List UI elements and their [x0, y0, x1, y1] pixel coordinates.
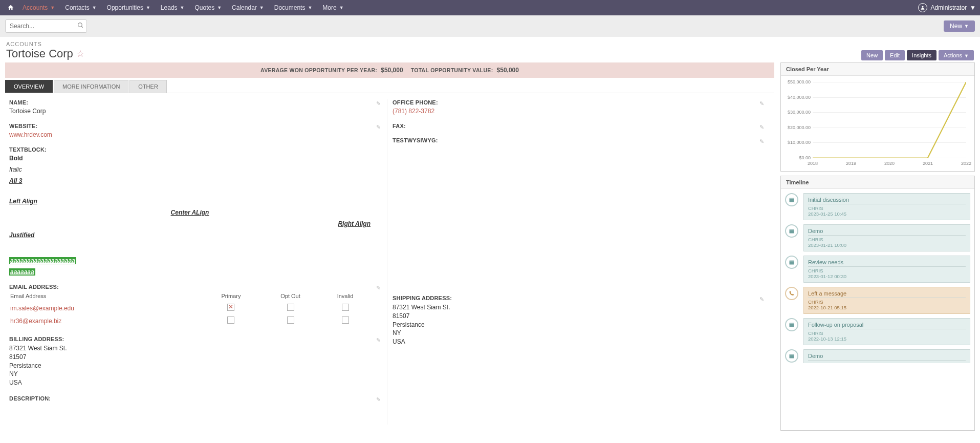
pencil-icon[interactable]: ✎	[376, 100, 381, 107]
timeline-item[interactable]: Left a messageCHRIS2022-10-21 05:15	[785, 287, 970, 314]
checkbox-optout[interactable]	[287, 304, 294, 311]
pencil-icon[interactable]: ✎	[759, 124, 764, 131]
pencil-icon[interactable]: ✎	[376, 124, 381, 131]
email-row: hr36@example.biz	[10, 315, 369, 327]
timeline-title-text: Review needs	[808, 259, 966, 265]
chart-area: $0.00$10,000.00$20,000.00$30,000.00$40,0…	[785, 80, 970, 167]
tab-overview[interactable]: OVERVIEW	[5, 80, 53, 93]
chart-panel: Closed Per Year $0.00$10,000.00$20,000.0…	[780, 62, 975, 172]
timeline-card: DemoCHRIS2023-01-21 10:00	[803, 224, 970, 251]
name-value: Tortoise Corp	[9, 108, 371, 115]
home-button[interactable]	[4, 0, 17, 15]
svg-rect-4	[790, 198, 794, 199]
timeline-date: 2023-01-25 10:45	[808, 211, 966, 217]
chevron-down-icon: ▼	[50, 5, 55, 10]
nav-contacts[interactable]: Contacts▼	[60, 0, 101, 15]
y-tick: $0.00	[786, 155, 811, 160]
y-tick: $10,000.00	[786, 140, 811, 145]
pencil-icon[interactable]: ✎	[759, 138, 764, 145]
new-button[interactable]: New	[861, 50, 883, 60]
nav-more[interactable]: More▼	[317, 0, 349, 15]
y-tick: $30,000.00	[786, 110, 811, 115]
textblock-content: Bold Italic All 3 Left Align Center ALig…	[9, 155, 371, 276]
nav-accounts[interactable]: Accounts▼	[17, 0, 60, 15]
website-label: WEBSITE:	[9, 123, 371, 129]
phone-icon	[785, 287, 798, 300]
description-label: DESCRIPTION:	[9, 395, 371, 402]
chevron-down-icon: ▼	[146, 5, 150, 10]
timeline-title-text: Follow-up on proposal	[808, 322, 966, 328]
timeline-title-text: Demo	[808, 353, 966, 359]
y-tick: $40,000.00	[786, 95, 811, 100]
phone-link[interactable]: (781) 822-3782	[393, 108, 434, 115]
timeline-body[interactable]: Initial discussionCHRIS2023-01-25 10:45D…	[781, 189, 974, 363]
calendar-icon	[785, 193, 798, 206]
x-tick: 2018	[808, 161, 818, 166]
billing-address: 87321 West Siam St.81507PersistanceNYUSA	[9, 344, 371, 387]
phone-label: OFFICE PHONE:	[393, 99, 754, 106]
svg-rect-8	[790, 261, 794, 262]
new-record-button[interactable]: New ▼	[944, 20, 975, 32]
pencil-icon[interactable]: ✎	[759, 100, 764, 107]
pencil-icon[interactable]: ✎	[376, 396, 381, 403]
timeline-user: CHRIS	[808, 298, 966, 305]
svg-rect-12	[790, 354, 794, 355]
checkbox-optout[interactable]	[287, 317, 294, 324]
total-opp-label: TOTAL OPPORTUNITY VALUE:	[411, 67, 493, 73]
timeline-card: Review needsCHRIS2023-01-12 00:30	[803, 256, 970, 283]
timeline-date: 2022-10-21 05:15	[808, 305, 966, 310]
pencil-icon[interactable]: ✎	[376, 285, 381, 291]
svg-point-0	[922, 6, 924, 8]
timeline-title: Timeline	[781, 176, 974, 189]
checkbox-primary[interactable]	[227, 317, 234, 324]
email-col-optout: Opt Out	[261, 293, 320, 301]
email-link[interactable]: im.sales@example.edu	[10, 305, 74, 312]
breadcrumb[interactable]: ACCOUNTS	[6, 41, 84, 47]
timeline-card: Left a messageCHRIS2022-10-21 05:15	[803, 287, 970, 314]
timeline-item[interactable]: Review needsCHRIS2023-01-12 00:30	[785, 256, 970, 283]
timeline-item[interactable]: Initial discussionCHRIS2023-01-25 10:45	[785, 193, 970, 220]
actions-button[interactable]: Actions▼	[939, 50, 974, 60]
email-table: Email Address Primary Opt Out Invalid im…	[9, 292, 371, 328]
nav-leads[interactable]: Leads▼	[156, 0, 190, 15]
new-button-label: New	[950, 23, 962, 30]
checkbox-invalid[interactable]	[342, 304, 349, 311]
email-link[interactable]: hr36@example.biz	[10, 318, 61, 325]
timeline-item[interactable]: DemoCHRIS2022-04-15 15:15	[785, 349, 970, 363]
pencil-icon[interactable]: ✎	[376, 337, 381, 344]
search-icon[interactable]	[77, 22, 84, 30]
favorite-star-icon[interactable]: ☆	[76, 48, 84, 59]
user-name: Administrator	[930, 4, 967, 11]
timeline-item[interactable]: DemoCHRIS2023-01-21 10:00	[785, 224, 970, 251]
tab-more-info[interactable]: MORE INFORMATION	[54, 80, 128, 93]
nav-opportunities[interactable]: Opportunities▼	[102, 0, 156, 15]
timeline-panel: Timeline Initial discussionCHRIS2023-01-…	[780, 176, 975, 431]
page-title: Tortoise Corp	[6, 47, 73, 60]
chevron-down-icon: ▼	[308, 5, 312, 10]
x-tick: 2019	[846, 161, 856, 166]
nav-quotes[interactable]: Quotes▼	[189, 0, 227, 15]
chevron-down-icon: ▼	[964, 53, 969, 58]
tab-other[interactable]: OTHER	[129, 80, 167, 93]
name-label: NAME:	[9, 99, 371, 106]
checkbox-invalid[interactable]	[342, 317, 349, 324]
fax-label: FAX:	[393, 123, 754, 129]
email-label: EMAIL ADDRESS:	[9, 284, 371, 290]
chevron-down-icon: ▼	[180, 5, 185, 10]
timeline-user: CHRIS	[808, 266, 966, 273]
website-link[interactable]: www.hrdev.com	[9, 131, 52, 138]
x-tick: 2021	[923, 161, 933, 166]
edit-button[interactable]: Edit	[885, 50, 905, 60]
email-col-addr: Email Address	[10, 293, 201, 301]
user-menu[interactable]: Administrator ▼	[918, 3, 976, 12]
nav-documents[interactable]: Documents▼	[269, 0, 318, 15]
nav-calendar[interactable]: Calendar▼	[227, 0, 269, 15]
timeline-item[interactable]: Follow-up on proposalCHRIS2022-10-13 12:…	[785, 318, 970, 345]
search-input[interactable]	[5, 19, 87, 33]
checkbox-primary[interactable]	[227, 304, 234, 311]
pencil-icon[interactable]: ✎	[759, 296, 764, 303]
chevron-down-icon: ▼	[217, 5, 222, 10]
timeline-date: 2022-10-13 12:15	[808, 336, 966, 342]
timeline-user: CHRIS	[808, 329, 966, 336]
insights-button[interactable]: Insights	[907, 50, 937, 60]
